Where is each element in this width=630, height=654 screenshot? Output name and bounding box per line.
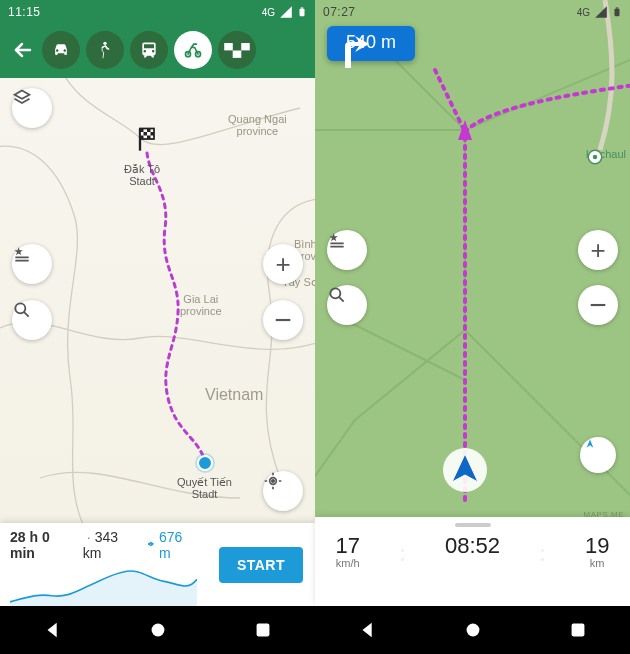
nav-home[interactable]	[147, 619, 169, 641]
back-button[interactable]	[10, 37, 36, 63]
svg-rect-18	[256, 624, 269, 637]
compass-button[interactable]	[580, 437, 616, 473]
svg-point-6	[198, 456, 212, 470]
svg-rect-11	[151, 132, 155, 136]
search-button[interactable]	[12, 300, 52, 340]
svg-rect-10	[144, 132, 148, 136]
mode-bike[interactable]	[174, 31, 212, 69]
elevation: 676 m	[145, 529, 197, 561]
phone-left: 11:15 4G	[0, 0, 315, 654]
label-origin: Quyết Tiến Stadt	[177, 476, 232, 500]
phone-right: 07:27 4G	[315, 0, 630, 654]
svg-rect-13	[147, 136, 151, 140]
svg-point-26	[466, 624, 479, 637]
search-button[interactable]	[327, 285, 367, 325]
duration: 28 h 0 min	[10, 529, 77, 561]
svg-rect-9	[147, 129, 151, 133]
status-icons: 4G	[258, 5, 307, 19]
svg-point-2	[103, 42, 106, 45]
label-quang-ngai: Quang Ngai province	[228, 113, 287, 137]
turn-right-icon	[327, 26, 375, 74]
svg-point-16	[272, 480, 275, 483]
status-icons: 4G	[577, 5, 622, 19]
drag-handle[interactable]	[455, 523, 491, 527]
svg-point-25	[330, 288, 340, 298]
nav-recents[interactable]	[252, 619, 274, 641]
stat-eta: 08:52	[445, 535, 500, 569]
battery-icon	[297, 5, 307, 19]
label-vietnam: Vietnam	[205, 386, 263, 404]
svg-rect-12	[140, 136, 144, 140]
zoom-out-button[interactable]: −	[578, 285, 618, 325]
mode-transit[interactable]	[130, 31, 168, 69]
nav-home[interactable]	[462, 619, 484, 641]
distance: 343 km	[83, 529, 139, 561]
bookmarks-button[interactable]	[327, 230, 367, 270]
mode-walk[interactable]	[86, 31, 124, 69]
label-gia-lai: Gia Lai province	[180, 293, 222, 317]
network-label: 4G	[577, 7, 590, 18]
svg-rect-1	[301, 7, 304, 8]
nav-back[interactable]	[42, 619, 64, 641]
android-nav-bar	[315, 606, 630, 654]
map-canvas-left[interactable]: Đắk Tô Stadt Quang Ngai province Gia Lai…	[0, 78, 315, 523]
zoom-out-button[interactable]: −	[263, 300, 303, 340]
my-location-button[interactable]	[263, 471, 303, 511]
signal-icon	[279, 5, 293, 19]
bookmarks-button[interactable]	[12, 244, 52, 284]
android-nav-bar	[0, 606, 315, 654]
status-clock: 07:27	[323, 5, 356, 19]
map-canvas-right[interactable]: 540 m Hochaul + − MAPS.ME	[315, 0, 630, 523]
status-bar: 11:15 4G	[0, 0, 315, 22]
stat-remaining: 19 km	[585, 535, 609, 569]
svg-point-14	[15, 303, 25, 313]
layers-button[interactable]	[12, 88, 52, 128]
network-label: 4G	[262, 7, 275, 18]
svg-rect-27	[571, 624, 584, 637]
svg-point-24	[592, 155, 597, 160]
nav-back[interactable]	[357, 619, 379, 641]
stat-speed: 17 km/h	[336, 535, 360, 569]
svg-rect-0	[300, 9, 305, 17]
mode-toolbar: ▀▄▀	[0, 22, 315, 78]
nav-recents[interactable]	[567, 619, 589, 641]
signal-icon	[594, 5, 608, 19]
svg-point-17	[151, 624, 164, 637]
nav-instruction: 540 m	[327, 26, 415, 61]
battery-icon	[612, 5, 622, 19]
status-bar: 07:27 4G	[315, 0, 630, 22]
start-button[interactable]: START	[219, 547, 303, 583]
zoom-in-button[interactable]: +	[578, 230, 618, 270]
svg-rect-19	[615, 9, 620, 17]
svg-rect-20	[616, 7, 619, 8]
label-dest: Đắk Tô Stadt	[124, 163, 160, 187]
label-poi: Hochaul	[586, 148, 626, 160]
mode-car[interactable]	[42, 31, 80, 69]
svg-rect-8	[140, 129, 144, 133]
elevation-chart	[10, 561, 197, 608]
zoom-in-button[interactable]: +	[263, 244, 303, 284]
nav-stats-panel[interactable]: 17 km/h ◦◦ 08:52 ◦◦ 19 km	[315, 517, 630, 606]
route-summary-panel[interactable]: 28 h 0 min 343 km 676 m START	[0, 523, 315, 606]
status-clock: 11:15	[8, 5, 41, 19]
mode-taxi[interactable]: ▀▄▀	[218, 31, 256, 69]
